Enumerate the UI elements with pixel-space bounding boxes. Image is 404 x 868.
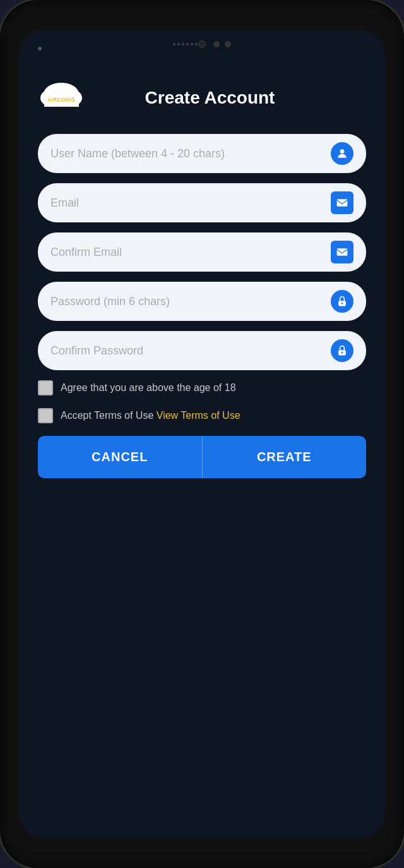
username-field-container (38, 134, 366, 173)
status-bar (19, 30, 385, 68)
username-input[interactable] (50, 147, 331, 160)
svg-rect-6 (337, 199, 348, 207)
confirm-email-icon-container (331, 241, 354, 263)
lock-icon (336, 295, 348, 308)
email-icon-container (331, 191, 354, 214)
svg-point-11 (342, 352, 343, 354)
confirm-email-input[interactable] (50, 246, 331, 259)
confirm-lock-icon (336, 344, 348, 357)
status-dot-1 (38, 47, 42, 51)
svg-rect-7 (337, 248, 348, 256)
svg-text:AIRCOINS: AIRCOINS (47, 97, 75, 103)
confirm-email-field-container (38, 232, 366, 272)
phone-screen: AIRCOINS Create Account (19, 30, 385, 838)
confirm-envelope-icon (336, 246, 348, 258)
confirm-password-field-container (38, 331, 366, 370)
logo-icon: AIRCOINS (38, 80, 85, 115)
confirm-password-input[interactable] (50, 344, 331, 358)
terms-checkbox-row: Accept Terms of Use View Terms of Use (38, 408, 366, 423)
password-field-container (38, 282, 366, 321)
terms-checkbox[interactable] (38, 408, 53, 423)
user-icon-container (331, 142, 354, 165)
email-input[interactable] (50, 196, 331, 210)
action-buttons: CANCEL CREATE (38, 436, 366, 478)
phone-frame: AIRCOINS Create Account (0, 0, 404, 868)
cancel-button[interactable]: CANCEL (38, 436, 203, 478)
header: AIRCOINS Create Account (38, 80, 366, 115)
page-title: Create Account (98, 88, 322, 108)
age-checkbox[interactable] (38, 380, 53, 395)
app-content: AIRCOINS Create Account (19, 68, 385, 838)
confirm-password-icon-container (331, 339, 354, 362)
logo-container: AIRCOINS (38, 80, 85, 115)
password-input[interactable] (50, 295, 331, 308)
terms-checkbox-label: Accept Terms of Use View Terms of Use (61, 410, 241, 421)
svg-point-5 (340, 149, 345, 154)
age-checkbox-row: Agree that you are above the age of 18 (38, 380, 366, 395)
envelope-icon (336, 196, 348, 209)
create-button[interactable]: CREATE (203, 436, 367, 478)
email-field-container (38, 183, 366, 222)
terms-link[interactable]: View Terms of Use (157, 410, 241, 421)
status-left-indicators (38, 47, 42, 51)
camera-notch (198, 40, 206, 48)
password-icon-container (331, 290, 354, 313)
svg-point-9 (342, 303, 343, 304)
front-sensor (213, 41, 220, 47)
person-icon (336, 147, 348, 160)
age-checkbox-label: Agree that you are above the age of 18 (61, 382, 236, 394)
